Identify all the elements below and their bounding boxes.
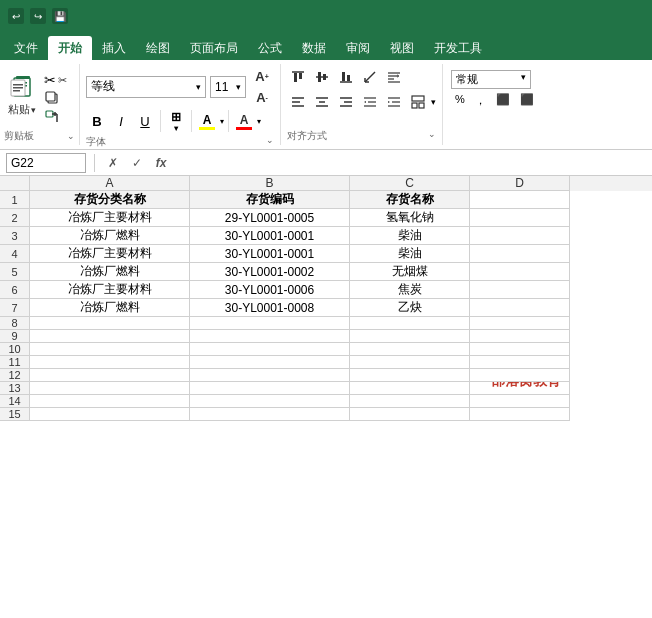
cell-d9[interactable] bbox=[470, 330, 570, 343]
cell-d13[interactable]: 部落窝教育 bbox=[470, 382, 570, 395]
cell-d12[interactable] bbox=[470, 369, 570, 382]
cell-c13[interactable] bbox=[350, 382, 470, 395]
percent-button[interactable]: % bbox=[451, 91, 469, 110]
insert-function-button[interactable]: fx bbox=[151, 153, 171, 173]
copy-button[interactable] bbox=[44, 90, 67, 106]
wrap-text-button[interactable] bbox=[383, 66, 405, 88]
cell-c2[interactable]: 氢氧化钠 bbox=[350, 209, 470, 227]
align-bottom-button[interactable] bbox=[335, 66, 357, 88]
cell-d14[interactable] bbox=[470, 395, 570, 408]
cell-a10[interactable] bbox=[30, 343, 190, 356]
font-size-dropdown[interactable]: 11 ▾ bbox=[210, 76, 246, 98]
cell-d11[interactable] bbox=[470, 356, 570, 369]
merge-cells-dropdown[interactable]: ▾ bbox=[431, 97, 436, 107]
cell-c3[interactable]: 柴油 bbox=[350, 227, 470, 245]
formula-input[interactable] bbox=[175, 153, 646, 173]
increase-decimal-button[interactable]: ⬛ bbox=[492, 91, 514, 110]
align-top-button[interactable] bbox=[287, 66, 309, 88]
cell-a11[interactable] bbox=[30, 356, 190, 369]
cell-c8[interactable] bbox=[350, 317, 470, 330]
fill-color-dropdown[interactable]: ▾ bbox=[220, 117, 224, 126]
alignment-expand[interactable]: ⌄ bbox=[428, 129, 436, 143]
cell-b11[interactable] bbox=[190, 356, 350, 369]
cell-d2[interactable] bbox=[470, 209, 570, 227]
cell-a14[interactable] bbox=[30, 395, 190, 408]
cell-b10[interactable] bbox=[190, 343, 350, 356]
number-format-dropdown[interactable]: 常规▾ bbox=[451, 70, 531, 89]
cell-b6[interactable]: 30-YL0001-0006 bbox=[190, 281, 350, 299]
cell-c5[interactable]: 无烟煤 bbox=[350, 263, 470, 281]
cell-d10[interactable] bbox=[470, 343, 570, 356]
cell-reference-box[interactable]: G22 bbox=[6, 153, 86, 173]
fill-color-button[interactable]: A bbox=[196, 110, 218, 132]
cell-b7[interactable]: 30-YL0001-0008 bbox=[190, 299, 350, 317]
tab-formula[interactable]: 公式 bbox=[248, 36, 292, 60]
underline-button[interactable]: U bbox=[134, 110, 156, 132]
cell-b15[interactable] bbox=[190, 408, 350, 421]
cell-d1[interactable] bbox=[470, 191, 570, 209]
format-painter-button[interactable] bbox=[44, 108, 67, 124]
cell-a6[interactable]: 冶炼厂主要材料 bbox=[30, 281, 190, 299]
cell-b12[interactable] bbox=[190, 369, 350, 382]
cell-b2[interactable]: 29-YL0001-0005 bbox=[190, 209, 350, 227]
cell-a7[interactable]: 冶炼厂燃料 bbox=[30, 299, 190, 317]
font-expand[interactable]: ⌄ bbox=[266, 135, 274, 149]
clipboard-expand[interactable]: ⌄ bbox=[67, 131, 75, 141]
cell-a2[interactable]: 冶炼厂主要材料 bbox=[30, 209, 190, 227]
tab-view[interactable]: 视图 bbox=[380, 36, 424, 60]
bold-button[interactable]: B bbox=[86, 110, 108, 132]
cell-b1[interactable]: 存货编码 bbox=[190, 191, 350, 209]
cell-b8[interactable] bbox=[190, 317, 350, 330]
cell-c4[interactable]: 柴油 bbox=[350, 245, 470, 263]
tab-draw[interactable]: 绘图 bbox=[136, 36, 180, 60]
cell-c12[interactable] bbox=[350, 369, 470, 382]
cell-c10[interactable] bbox=[350, 343, 470, 356]
col-header-c[interactable]: C bbox=[350, 176, 470, 191]
cell-b5[interactable]: 30-YL0001-0002 bbox=[190, 263, 350, 281]
cell-d3[interactable] bbox=[470, 227, 570, 245]
cell-c9[interactable] bbox=[350, 330, 470, 343]
cell-b9[interactable] bbox=[190, 330, 350, 343]
cell-a15[interactable] bbox=[30, 408, 190, 421]
cell-b4[interactable]: 30-YL0001-0001 bbox=[190, 245, 350, 263]
cell-a1[interactable]: 存货分类名称 bbox=[30, 191, 190, 209]
cell-c7[interactable]: 乙炔 bbox=[350, 299, 470, 317]
text-align-center-button[interactable] bbox=[311, 91, 333, 113]
increase-indent-button[interactable] bbox=[383, 91, 405, 113]
thousands-button[interactable]: ， bbox=[471, 91, 490, 110]
tab-developer[interactable]: 开发工具 bbox=[424, 36, 492, 60]
cell-c15[interactable] bbox=[350, 408, 470, 421]
text-align-left-button[interactable] bbox=[287, 91, 309, 113]
italic-button[interactable]: I bbox=[110, 110, 132, 132]
border-button[interactable]: ⊞ ▾ bbox=[165, 110, 187, 132]
cell-a8[interactable] bbox=[30, 317, 190, 330]
increase-font-button[interactable]: A+ bbox=[250, 66, 274, 86]
font-color-dropdown[interactable]: ▾ bbox=[257, 117, 261, 126]
angle-text-button[interactable] bbox=[359, 66, 381, 88]
cut-button[interactable]: ✂✂ bbox=[44, 72, 67, 88]
cell-a4[interactable]: 冶炼厂主要材料 bbox=[30, 245, 190, 263]
decrease-font-button[interactable]: A- bbox=[250, 87, 274, 107]
cell-b13[interactable] bbox=[190, 382, 350, 395]
tab-data[interactable]: 数据 bbox=[292, 36, 336, 60]
col-header-b[interactable]: B bbox=[190, 176, 350, 191]
cell-a13[interactable] bbox=[30, 382, 190, 395]
cell-a5[interactable]: 冶炼厂燃料 bbox=[30, 263, 190, 281]
cell-c6[interactable]: 焦炭 bbox=[350, 281, 470, 299]
cell-c11[interactable] bbox=[350, 356, 470, 369]
cell-d6[interactable] bbox=[470, 281, 570, 299]
decrease-decimal-button[interactable]: ⬛ bbox=[516, 91, 538, 110]
text-align-right-button[interactable] bbox=[335, 91, 357, 113]
cell-a9[interactable] bbox=[30, 330, 190, 343]
col-header-a[interactable]: A bbox=[30, 176, 190, 191]
save-button[interactable]: 💾 bbox=[52, 8, 68, 24]
font-name-dropdown[interactable]: 等线 ▾ bbox=[86, 76, 206, 98]
tab-insert[interactable]: 插入 bbox=[92, 36, 136, 60]
cell-a3[interactable]: 冶炼厂燃料 bbox=[30, 227, 190, 245]
decrease-indent-button[interactable] bbox=[359, 91, 381, 113]
cell-d7[interactable] bbox=[470, 299, 570, 317]
col-header-d[interactable]: D bbox=[470, 176, 570, 191]
tab-home[interactable]: 开始 bbox=[48, 36, 92, 60]
paste-button[interactable]: 粘贴▾ bbox=[4, 68, 40, 119]
confirm-formula-button[interactable]: ✓ bbox=[127, 153, 147, 173]
